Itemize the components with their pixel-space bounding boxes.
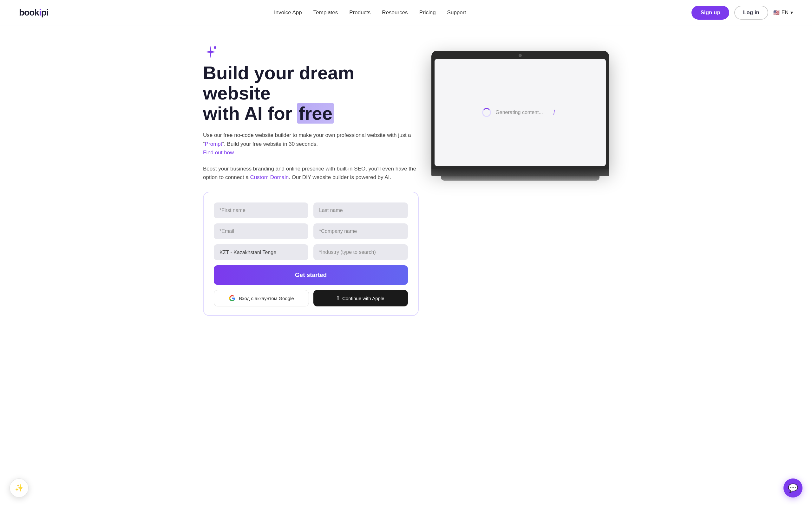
language-selector[interactable]: 🇺🇸 EN ▾ bbox=[773, 9, 793, 15]
google-button-label: Вход с аккаунтом Google bbox=[239, 296, 294, 301]
prompt-link[interactable]: Prompt bbox=[205, 141, 222, 147]
apple-signin-button[interactable]:  Continue with Apple bbox=[313, 290, 408, 306]
generating-container: Generating content... bbox=[482, 108, 558, 117]
chevron-down-icon: ▾ bbox=[791, 9, 793, 15]
right-section: Generating content... bbox=[432, 44, 609, 181]
sparkle-icon bbox=[203, 44, 218, 60]
email-company-row bbox=[214, 223, 408, 239]
signup-form-card: KZT - Kazakhstani Tenge Get started bbox=[203, 192, 419, 316]
sparkle-container bbox=[203, 44, 219, 60]
company-input[interactable] bbox=[313, 223, 408, 239]
description-2: Boost your business branding and online … bbox=[203, 164, 419, 181]
loading-spinner bbox=[482, 108, 491, 117]
google-signin-button[interactable]: Вход с аккаунтом Google bbox=[214, 290, 309, 306]
heading-line2: with AI for free bbox=[203, 103, 334, 124]
cursor-icon bbox=[553, 110, 559, 115]
left-section: Build your dream website with AI for fre… bbox=[203, 44, 419, 316]
hero-heading: Build your dream website with AI for fre… bbox=[203, 63, 419, 123]
nav-products[interactable]: Products bbox=[349, 9, 370, 16]
nav-actions: Sign up Log in 🇺🇸 EN ▾ bbox=[692, 6, 793, 20]
laptop-bottom bbox=[441, 176, 600, 181]
logo[interactable]: bookipi bbox=[19, 8, 49, 18]
signup-button[interactable]: Sign up bbox=[692, 6, 729, 20]
laptop-screen: Generating content... bbox=[432, 51, 609, 169]
heading-highlight: free bbox=[297, 103, 334, 124]
last-name-input[interactable] bbox=[313, 203, 408, 218]
google-logo-icon bbox=[229, 295, 236, 302]
get-started-button[interactable]: Get started bbox=[214, 265, 408, 285]
nav-invoice-app[interactable]: Invoice App bbox=[274, 9, 302, 16]
nav-resources[interactable]: Resources bbox=[382, 9, 408, 16]
navbar: bookipi Invoice App Templates Products R… bbox=[0, 0, 812, 25]
name-row bbox=[214, 203, 408, 218]
nav-templates[interactable]: Templates bbox=[313, 9, 338, 16]
heading-line1: Build your dream website bbox=[203, 62, 354, 103]
lang-label: EN bbox=[781, 10, 789, 15]
main-content: Build your dream website with AI for fre… bbox=[184, 25, 628, 329]
laptop-camera bbox=[519, 54, 522, 57]
login-button[interactable]: Log in bbox=[734, 6, 768, 20]
apple-button-label: Continue with Apple bbox=[342, 296, 385, 301]
description-1: Use our free no-code website builder to … bbox=[203, 131, 419, 157]
apple-logo-icon:  bbox=[337, 295, 339, 302]
laptop-illustration: Generating content... bbox=[432, 51, 609, 181]
social-buttons: Вход с аккаунтом Google  Continue with … bbox=[214, 290, 408, 306]
email-input[interactable] bbox=[214, 223, 308, 239]
nav-links: Invoice App Templates Products Resources… bbox=[274, 9, 466, 16]
svg-point-0 bbox=[214, 46, 216, 49]
flag-icon: 🇺🇸 bbox=[773, 9, 780, 15]
nav-support[interactable]: Support bbox=[447, 9, 466, 16]
nav-pricing[interactable]: Pricing bbox=[419, 9, 436, 16]
currency-select[interactable]: KZT - Kazakhstani Tenge bbox=[214, 244, 308, 260]
industry-input[interactable] bbox=[313, 244, 408, 260]
generating-text: Generating content... bbox=[496, 110, 543, 115]
currency-industry-row: KZT - Kazakhstani Tenge bbox=[214, 244, 408, 260]
custom-domain-link[interactable]: Custom Domain bbox=[250, 174, 289, 180]
first-name-input[interactable] bbox=[214, 203, 308, 218]
laptop-base bbox=[432, 169, 609, 176]
laptop-display: Generating content... bbox=[435, 59, 606, 166]
find-out-link[interactable]: Find out how bbox=[203, 150, 234, 156]
